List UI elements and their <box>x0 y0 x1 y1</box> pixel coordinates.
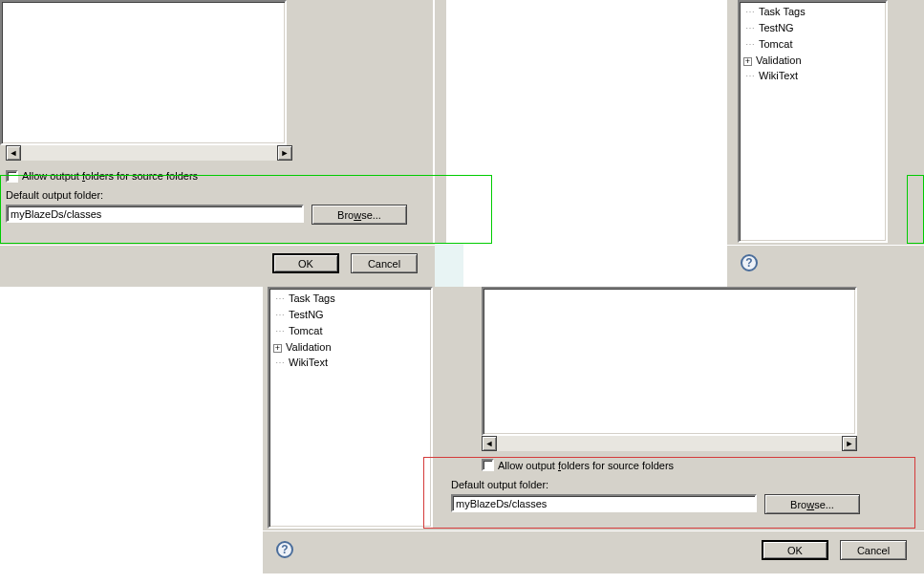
tree-item-label: TestNG <box>289 309 324 320</box>
allow-output-row-2: Allow output folders for source folders <box>482 459 674 471</box>
panel3-buttonbar: ? OK Cancel <box>263 530 924 569</box>
tree-item-label: WikiText <box>759 70 798 81</box>
tree-item[interactable]: ⋯Task Tags <box>273 291 427 307</box>
help-icon[interactable]: ? <box>741 254 758 271</box>
default-output-label: Default output folder: <box>6 189 103 201</box>
tree-item-label: Tomcat <box>289 325 322 336</box>
tree-item[interactable]: ⋯TestNG <box>743 20 882 36</box>
source-folder-list-2[interactable] <box>482 287 857 436</box>
dialog-bottom: ⋯Task Tags ⋯TestNG ⋯Tomcat +Validation ⋯… <box>263 287 924 573</box>
scroll-right-icon[interactable]: ► <box>277 145 292 161</box>
allow-output-row: Allow output folders for source folders <box>6 168 198 184</box>
preferences-tree-bottom[interactable]: ⋯Task Tags ⋯TestNG ⋯Tomcat +Validation ⋯… <box>268 287 433 529</box>
ok-button[interactable]: OK <box>272 253 339 273</box>
browse-button[interactable]: Browse... <box>312 205 407 225</box>
source-folder-list[interactable] <box>0 0 287 145</box>
tree-item-label: WikiText <box>289 357 328 368</box>
scroll-left-icon[interactable]: ◄ <box>6 145 21 161</box>
tree-item-label: Validation <box>286 341 332 353</box>
tree-item-label: Tomcat <box>759 38 792 50</box>
scroll-right-icon[interactable]: ► <box>842 436 857 451</box>
expand-icon[interactable]: + <box>743 57 752 66</box>
allow-output-label: Allow output folders for source folders <box>22 170 198 182</box>
panel1-backdrop <box>435 243 463 292</box>
scroll-track[interactable] <box>21 145 277 161</box>
preferences-tree-right[interactable]: ⋯Task Tags ⋯TestNG ⋯Tomcat +Validation ⋯… <box>738 0 888 243</box>
tree-item[interactable]: ⋯TestNG <box>273 307 427 323</box>
tree-item[interactable]: ⋯WikiText <box>743 68 882 84</box>
default-output-row-2: myBlazeDs/classes Browse... <box>451 494 912 514</box>
allow-output-checkbox-2[interactable] <box>482 459 494 471</box>
tree-item-label: Task Tags <box>759 6 806 17</box>
browse-button-2[interactable]: Browse... <box>764 494 860 514</box>
expand-icon[interactable]: + <box>273 344 282 353</box>
panel2-buttonbar: ? <box>727 245 924 281</box>
help-icon-2[interactable]: ? <box>276 541 293 558</box>
default-output-label-2: Default output folder: <box>451 479 548 490</box>
panel1-right-strip <box>292 0 426 145</box>
hscrollbar-2[interactable]: ◄ ► <box>482 436 857 451</box>
tree-item-label: Validation <box>756 54 802 66</box>
cancel-button-2[interactable]: Cancel <box>840 540 907 560</box>
tree-item[interactable]: ⋯Tomcat <box>273 323 427 339</box>
panel1-buttonbar: OK Cancel <box>0 245 435 281</box>
default-output-input[interactable]: myBlazeDs/classes <box>6 205 304 223</box>
tree-item[interactable]: ⋯WikiText <box>273 355 427 371</box>
tree-item-label: Task Tags <box>289 292 335 304</box>
dialog-top-right: ⋯Task Tags ⋯TestNG ⋯Tomcat +Validation ⋯… <box>727 0 924 287</box>
ok-button-2[interactable]: OK <box>762 540 828 560</box>
tree-item[interactable]: ⋯Task Tags <box>743 4 882 20</box>
cancel-button[interactable]: Cancel <box>351 253 418 273</box>
default-output-input-2[interactable]: myBlazeDs/classes <box>451 494 757 512</box>
tree-item-label: TestNG <box>759 22 794 33</box>
panel3-right: ◄ ► Allow output folders for source fold… <box>437 287 924 529</box>
hscrollbar[interactable]: ◄ ► <box>6 145 292 161</box>
scroll-left-icon[interactable]: ◄ <box>482 436 497 451</box>
default-output-row: myBlazeDs/classes Browse... <box>6 205 421 225</box>
dialog-top-left: ◄ ► Allow output folders for source fold… <box>0 0 446 287</box>
allow-output-label-2: Allow output folders for source folders <box>498 460 674 471</box>
tree-item[interactable]: +Validation <box>273 339 427 355</box>
panel1-body: ◄ ► Allow output folders for source fold… <box>0 0 435 243</box>
tree-item[interactable]: ⋯Tomcat <box>743 36 882 53</box>
allow-output-checkbox[interactable] <box>6 170 18 183</box>
tree-item[interactable]: +Validation <box>743 53 882 68</box>
scroll-track[interactable] <box>497 436 842 451</box>
